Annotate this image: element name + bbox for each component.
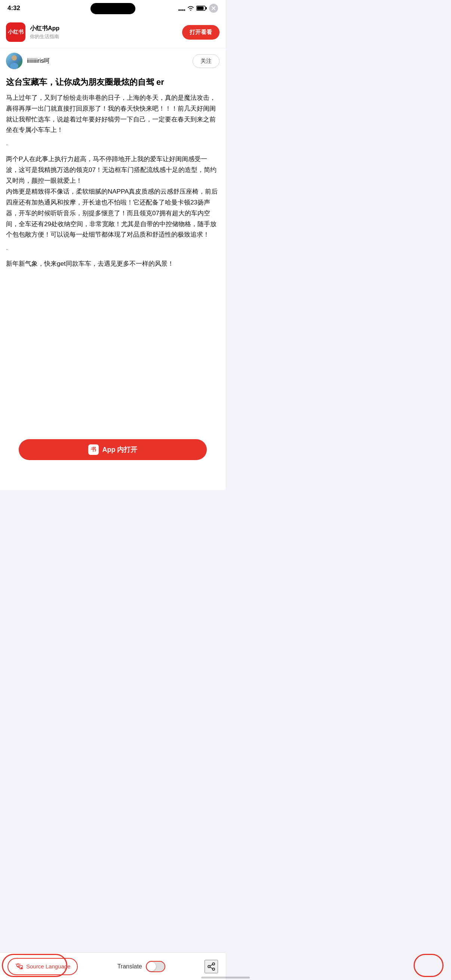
user-row: iiiiiiiiris呵 关注 (0, 48, 225, 74)
article-body: 马上过年了，又到了纷纷走街串巷的日子，上海的冬天，真的是魔法攻击，裹得再厚一出门… (6, 93, 220, 269)
open-app-button[interactable]: 打开看看 (182, 25, 220, 40)
svg-point-3 (184, 10, 185, 11)
open-in-app-button[interactable]: 书 App 内打开 (19, 439, 207, 460)
article-paragraph-1: 马上过年了，又到了纷纷走街串巷的日子，上海的冬天，真的是魔法攻击，裹得再厚一出门… (6, 93, 220, 136)
app-name: 小红书App (30, 25, 178, 32)
close-icon[interactable] (209, 4, 218, 13)
article-divider-2: - (6, 244, 220, 255)
app-icon-text: 小红书 (8, 29, 24, 35)
app-banner: 小红书 小红书App 你的生活指南 打开看看 (0, 16, 225, 48)
article-paragraph-4: 新年新气象，快来get同款车车，去遇见更多不一样的风景！ (6, 259, 220, 269)
svg-rect-5 (206, 7, 207, 10)
cta-app-icon: 书 (88, 444, 99, 455)
app-info: 小红书App 你的生活指南 (30, 25, 178, 40)
article-paragraph-3: 内饰更是精致得不像话，柔软细腻的NAPPA真皮质感的云感舒压座椅，前后四座还有加… (6, 186, 220, 240)
article-content: 这台宝藏车，让你成为朋友圈最炫的自驾 er 马上过年了，又到了纷纷走街串巷的日子… (0, 74, 225, 275)
svg-point-1 (180, 10, 182, 11)
signal-icon (178, 6, 185, 11)
svg-point-11 (11, 55, 17, 60)
svg-point-0 (178, 10, 180, 11)
article-divider-1: - (6, 139, 220, 150)
status-icons (178, 4, 218, 13)
article-paragraph-2: 两个P人在此事上执行力超高，马不停蹄地开上我的爱车让好闺闺感受一波，这可是我精挑… (6, 154, 220, 186)
cta-container: 书 App 内打开 (0, 439, 225, 460)
status-bar: 4:32 (0, 0, 225, 16)
cta-label: App 内打开 (102, 445, 138, 454)
avatar-image (6, 53, 22, 69)
username: iiiiiiiiris呵 (27, 57, 188, 65)
avatar (6, 53, 22, 69)
dynamic-island (91, 3, 135, 14)
status-time: 4:32 (8, 5, 20, 12)
wifi-icon (187, 6, 194, 11)
svg-point-2 (182, 10, 183, 11)
main-content: 小红书 小红书App 你的生活指南 打开看看 (0, 16, 225, 490)
article-title: 这台宝藏车，让你成为朋友圈最炫的自驾 er (6, 76, 220, 88)
app-subtitle: 你的生活指南 (30, 33, 178, 40)
battery-icon (196, 6, 207, 11)
follow-button[interactable]: 关注 (193, 54, 220, 68)
app-icon: 小红书 (6, 22, 25, 42)
svg-rect-6 (197, 7, 204, 10)
